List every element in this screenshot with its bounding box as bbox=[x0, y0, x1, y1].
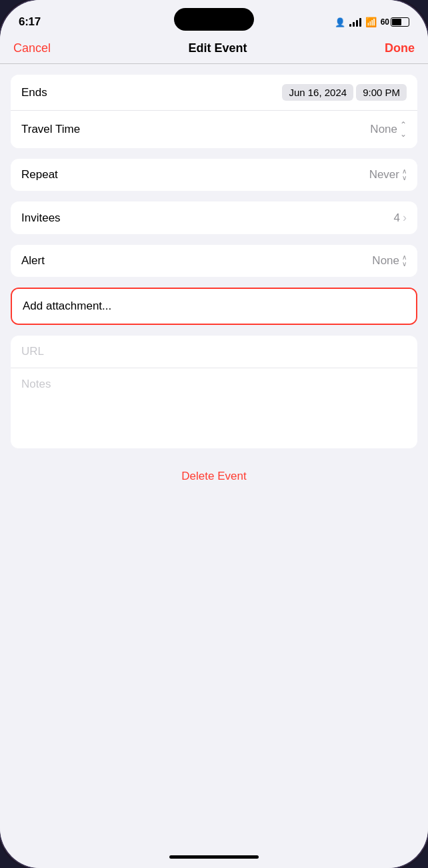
invitees-section: Invitees 4 › bbox=[11, 201, 417, 234]
battery-icon: 60 bbox=[381, 17, 409, 27]
battery-percent: 60 bbox=[381, 17, 389, 27]
wifi-icon: 📶 bbox=[365, 17, 377, 27]
alert-text: None bbox=[372, 254, 399, 268]
datetime-section: Ends Jun 16, 2024 9:00 PM Travel Time No… bbox=[11, 75, 417, 148]
ends-label: Ends bbox=[21, 86, 47, 99]
attachment-label: Add attachment... bbox=[23, 300, 111, 313]
repeat-label: Repeat bbox=[21, 168, 58, 181]
dynamic-island bbox=[174, 8, 254, 31]
repeat-row[interactable]: Repeat Never ∧∨ bbox=[11, 159, 417, 191]
alert-value: None ∧∨ bbox=[372, 254, 407, 268]
invitees-chevron: › bbox=[403, 211, 407, 225]
alert-chevron: ∧∨ bbox=[402, 254, 407, 268]
invitees-row[interactable]: Invitees 4 › bbox=[11, 201, 417, 234]
add-attachment-row[interactable]: Add attachment... bbox=[12, 289, 416, 324]
alert-row[interactable]: Alert None ∧∨ bbox=[11, 245, 417, 277]
home-indicator bbox=[0, 845, 428, 868]
home-bar bbox=[169, 855, 259, 859]
url-notes-section: URL Notes bbox=[11, 336, 417, 448]
ends-value: Jun 16, 2024 9:00 PM bbox=[282, 84, 407, 101]
repeat-value: Never ∧∨ bbox=[369, 168, 407, 181]
travel-time-text: None bbox=[370, 123, 397, 136]
travel-time-chevron: ⌃⌄ bbox=[400, 120, 407, 139]
repeat-section: Repeat Never ∧∨ bbox=[11, 159, 417, 191]
travel-time-label: Travel Time bbox=[21, 123, 80, 136]
notes-row[interactable]: Notes bbox=[11, 368, 417, 448]
signal-icon bbox=[349, 17, 361, 27]
repeat-text: Never bbox=[369, 168, 399, 181]
invitees-label: Invitees bbox=[21, 211, 61, 225]
user-icon: 👤 bbox=[335, 17, 345, 27]
ends-date[interactable]: Jun 16, 2024 bbox=[282, 84, 353, 101]
ends-row[interactable]: Ends Jun 16, 2024 9:00 PM bbox=[11, 75, 417, 111]
status-icons: 👤 📶 60 bbox=[335, 17, 409, 27]
ends-time[interactable]: 9:00 PM bbox=[356, 84, 407, 101]
travel-time-row[interactable]: Travel Time None ⌃⌄ bbox=[11, 111, 417, 148]
travel-time-value: None ⌃⌄ bbox=[370, 120, 407, 139]
nav-bar: Cancel Edit Event Done bbox=[0, 36, 428, 64]
invitees-value: 4 › bbox=[394, 211, 407, 225]
delete-event-button[interactable]: Delete Event bbox=[181, 470, 246, 482]
alert-label: Alert bbox=[21, 254, 45, 268]
url-row[interactable]: URL bbox=[11, 336, 417, 368]
page-title: Edit Event bbox=[189, 41, 247, 55]
attachment-section: Add attachment... bbox=[11, 288, 417, 325]
url-placeholder: URL bbox=[21, 345, 44, 358]
repeat-chevron: ∧∨ bbox=[402, 168, 407, 181]
done-button[interactable]: Done bbox=[385, 41, 415, 55]
cancel-button[interactable]: Cancel bbox=[13, 41, 51, 55]
notes-placeholder: Notes bbox=[21, 378, 51, 390]
delete-section: Delete Event bbox=[11, 459, 417, 494]
status-time: 6:17 bbox=[19, 15, 41, 29]
content-area: Ends Jun 16, 2024 9:00 PM Travel Time No… bbox=[0, 64, 428, 845]
alert-section: Alert None ∧∨ bbox=[11, 245, 417, 277]
invitees-count: 4 bbox=[394, 211, 400, 225]
